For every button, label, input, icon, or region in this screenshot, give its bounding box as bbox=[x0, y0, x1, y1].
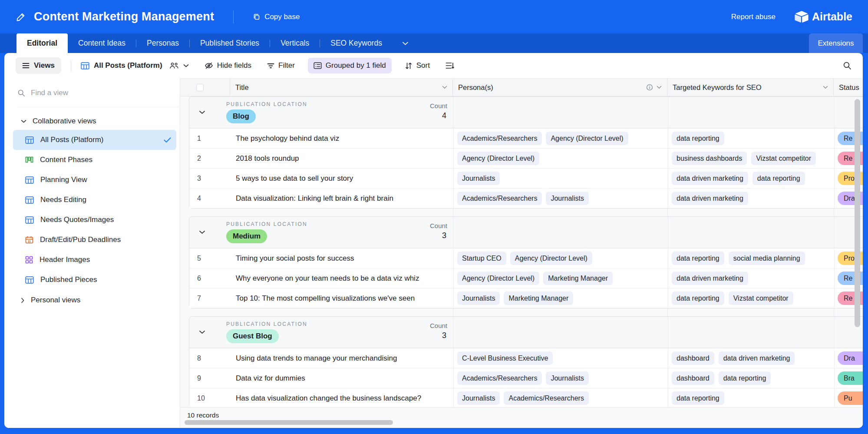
sidebar-item-content-phases[interactable]: Content Phases bbox=[13, 150, 176, 170]
tab-content-ideas[interactable]: Content Ideas bbox=[68, 33, 136, 53]
table-row[interactable]: 9 Data viz for dummies Academics/Researc… bbox=[189, 368, 863, 388]
more-tables-chevron-icon[interactable] bbox=[402, 41, 409, 46]
group-button[interactable]: Grouped by 1 field bbox=[308, 58, 392, 73]
keywords-cell: dashboarddata reporting bbox=[668, 371, 834, 385]
column-separator bbox=[453, 217, 454, 308]
personas-cell: Agency (Director Level) bbox=[453, 152, 668, 165]
collapse-group-chevron-icon[interactable] bbox=[199, 330, 205, 335]
row-number: 6 bbox=[189, 275, 231, 282]
tab-personas[interactable]: Personas bbox=[136, 33, 189, 53]
sidebar-item-header-images[interactable]: Header Images bbox=[13, 250, 176, 270]
column-header-title[interactable]: Title bbox=[230, 79, 453, 96]
table-row[interactable]: 1 The psychology behind data viz Academi… bbox=[189, 128, 863, 148]
table-row[interactable]: 6 Why everyone on your team needs to be … bbox=[189, 268, 863, 288]
select-all-cell bbox=[180, 79, 230, 96]
view-switcher[interactable]: All Posts (Platform) bbox=[81, 61, 189, 70]
airtable-shared-base-window: Content Marketing Management Copy base R… bbox=[0, 0, 868, 434]
table-row[interactable]: 10 Has data visualization changed the bu… bbox=[189, 388, 863, 407]
row-title: 5 ways to use data to sell your story bbox=[231, 174, 453, 183]
count-value: 3 bbox=[393, 231, 446, 240]
column-separator bbox=[834, 217, 835, 308]
search-icon[interactable] bbox=[843, 61, 851, 70]
tab-seo-keywords[interactable]: SEO Keywords bbox=[320, 33, 393, 53]
sidebar-item-needs-quotes-images[interactable]: Needs Quotes/Images bbox=[13, 210, 176, 230]
table-row[interactable]: 7 Top 10: The most compelling visualizat… bbox=[189, 288, 863, 308]
select-option-chip: Journalists bbox=[457, 172, 500, 185]
group-value-chip[interactable]: Blog bbox=[226, 109, 256, 123]
view-list: All Posts (Platform) Content Phases Plan… bbox=[4, 130, 180, 290]
row-height-button[interactable] bbox=[446, 62, 454, 69]
views-label: Views bbox=[34, 61, 55, 70]
row-title: Top 10: The most compelling visualizatio… bbox=[231, 294, 453, 303]
status-chip: Bra bbox=[838, 371, 863, 385]
tab-verticals[interactable]: Verticals bbox=[270, 33, 320, 53]
column-separator bbox=[668, 317, 668, 407]
table-row[interactable]: 2 2018 tools roundup Agency (Director Le… bbox=[189, 148, 863, 168]
table-row[interactable]: 4 Data visualization: Linking left brain… bbox=[189, 188, 863, 208]
view-item-label: Content Phases bbox=[40, 156, 171, 164]
views-button[interactable]: Views bbox=[16, 57, 61, 74]
keywords-cell: data driven marketingdata reporting bbox=[668, 172, 834, 185]
sort-icon bbox=[405, 62, 413, 70]
pencil-icon[interactable] bbox=[16, 12, 26, 22]
calendar-icon: 31 bbox=[25, 236, 33, 244]
extensions-button[interactable]: Extensions bbox=[809, 33, 863, 53]
table-row[interactable]: 5 Timing your social posts for success S… bbox=[189, 248, 863, 268]
collapse-group-chevron-icon[interactable] bbox=[199, 230, 205, 235]
horizontal-scrollbar[interactable] bbox=[185, 420, 393, 425]
airtable-logo[interactable]: Airtable bbox=[795, 10, 852, 23]
column-label: Status bbox=[839, 83, 859, 92]
sidebar-item-published-pieces[interactable]: Published Pieces bbox=[13, 270, 176, 290]
filter-button[interactable]: Filter bbox=[267, 61, 295, 70]
collaborative-views-section[interactable]: Collaborative views bbox=[21, 117, 180, 126]
sidebar-item-all-posts-platform[interactable]: All Posts (Platform) bbox=[13, 130, 176, 150]
select-all-checkbox[interactable] bbox=[196, 84, 204, 91]
column-label: Persona(s) bbox=[458, 83, 646, 92]
group-medium: PUBLICATION LOCATION Medium Count 3 5 Ti… bbox=[189, 216, 863, 308]
sidebar-item-needs-editing[interactable]: Needs Editing bbox=[13, 190, 176, 210]
table-row[interactable]: 3 5 ways to use data to sell your story … bbox=[189, 168, 863, 188]
row-number: 8 bbox=[189, 354, 231, 362]
select-option-chip: data driven marketing bbox=[719, 351, 795, 365]
grid-icon bbox=[25, 276, 34, 284]
select-option-chip: Academics/Researchers bbox=[457, 192, 542, 205]
sort-button[interactable]: Sort bbox=[405, 61, 430, 70]
select-option-chip: Agency (Director Level) bbox=[546, 132, 628, 145]
report-abuse-link[interactable]: Report abuse bbox=[731, 13, 776, 21]
info-icon[interactable] bbox=[646, 84, 653, 91]
chevron-down-icon[interactable] bbox=[442, 86, 447, 89]
vertical-scrollbar[interactable] bbox=[855, 99, 860, 327]
count-label: Count bbox=[393, 222, 447, 229]
row-title: The psychology behind data viz bbox=[231, 134, 453, 143]
column-header-persona-s[interactable]: Persona(s) bbox=[453, 79, 667, 96]
personal-views-section[interactable]: Personal views bbox=[21, 296, 180, 305]
view-item-label: All Posts (Platform) bbox=[40, 136, 157, 144]
copy-base-button[interactable]: Copy base bbox=[253, 13, 300, 21]
chevron-down-icon[interactable] bbox=[823, 86, 828, 89]
tab-published-stories[interactable]: Published Stories bbox=[190, 33, 270, 53]
column-header-status[interactable]: Status bbox=[834, 79, 863, 96]
tab-editorial[interactable]: Editorial bbox=[17, 33, 68, 53]
grid-footer: 10 records bbox=[180, 407, 863, 428]
personal-views-label: Personal views bbox=[31, 296, 80, 305]
column-header-targeted-keywords-for-seo[interactable]: Targeted Keywords for SEO bbox=[667, 79, 834, 96]
column-separator bbox=[453, 97, 454, 208]
find-view-search[interactable] bbox=[17, 89, 180, 107]
group-field-label: PUBLICATION LOCATION bbox=[226, 101, 307, 107]
group-value-chip[interactable]: Medium bbox=[226, 229, 267, 243]
collapse-group-chevron-icon[interactable] bbox=[199, 110, 205, 115]
personas-cell: Academics/ResearchersJournalists bbox=[453, 192, 668, 205]
select-option-chip: Journalists bbox=[546, 371, 588, 385]
row-number: 3 bbox=[189, 175, 231, 182]
table-row[interactable]: 8 Using data trends to manage your merch… bbox=[189, 348, 863, 368]
sidebar-item-draft-edit-pub-deadlines[interactable]: 31 Draft/Edit/Pub Deadlines bbox=[13, 230, 176, 250]
chevron-down-icon[interactable] bbox=[657, 86, 662, 89]
view-item-label: Planning View bbox=[40, 176, 171, 184]
sidebar-item-planning-view[interactable]: Planning View bbox=[13, 170, 176, 190]
search-input[interactable] bbox=[31, 89, 152, 97]
group-label: Grouped by 1 field bbox=[326, 61, 386, 70]
group-value-chip[interactable]: Guest Blog bbox=[226, 329, 279, 343]
row-number: 10 bbox=[189, 394, 231, 402]
hide-fields-button[interactable]: Hide fields bbox=[205, 61, 251, 70]
gallery-icon bbox=[25, 256, 33, 264]
